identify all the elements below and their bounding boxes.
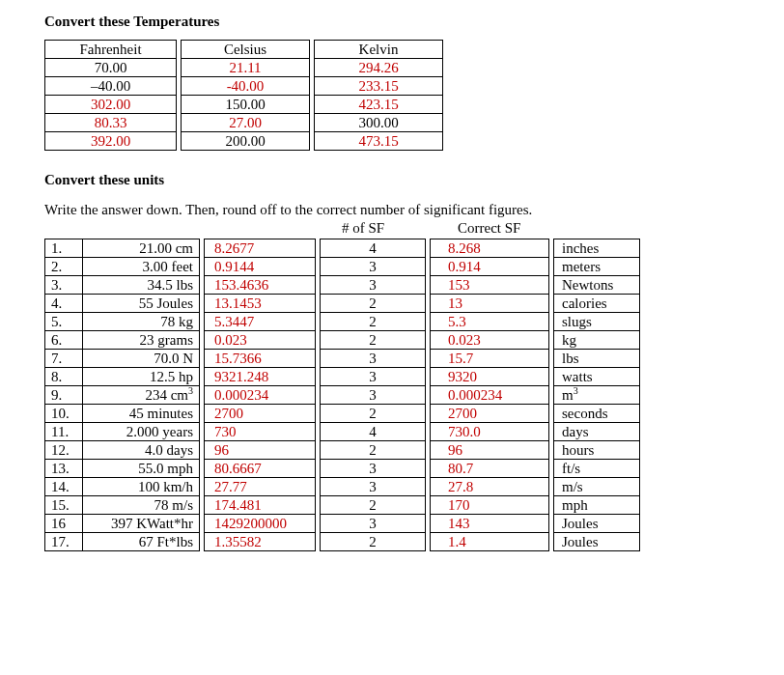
correct-sf-value: 0.000234 (431, 386, 549, 405)
sig-fig-count: 4 (321, 423, 426, 441)
raw-conversion: 15.7366 (205, 350, 316, 368)
target-unit: m/s (554, 478, 640, 496)
given-value: 21.00 cm (83, 239, 200, 258)
temp-celsius: -40.00 (182, 77, 310, 96)
raw-conversion: 8.2677 (205, 239, 316, 258)
given-value: 234 cm3 (83, 386, 200, 405)
row-number: 10. (45, 405, 83, 423)
given-value: 4.0 days (83, 441, 200, 460)
correct-sf-value: 27.8 (431, 478, 549, 496)
row-number: 12. (45, 441, 83, 460)
target-unit: seconds (554, 405, 640, 423)
temp-fahrenheit: 302.00 (45, 96, 177, 114)
table-row: 10.45 minutes270022700seconds (45, 405, 640, 423)
temp-header-fahrenheit: Fahrenheit (45, 41, 177, 59)
target-unit: meters (554, 258, 640, 276)
given-value: 55 Joules (83, 295, 200, 313)
table-row: 1.21.00 cm8.267748.268inches (45, 239, 640, 258)
sig-fig-count: 3 (321, 386, 426, 405)
temp-celsius: 27.00 (182, 114, 310, 132)
target-unit: days (554, 423, 640, 441)
target-unit: Newtons (554, 276, 640, 295)
target-unit: ft/s (554, 460, 640, 478)
correct-sf-value: 15.7 (431, 350, 549, 368)
sig-fig-count: 2 (321, 313, 426, 331)
sig-fig-count: 3 (321, 276, 426, 295)
correct-sf-value: 153 (431, 276, 549, 295)
target-unit: calories (554, 295, 640, 313)
table-row: 16397 KWatt*hr14292000003143Joules (45, 515, 640, 533)
given-value: 100 km/h (83, 478, 200, 496)
target-unit: lbs (554, 350, 640, 368)
correct-sf-value: 9320 (431, 368, 549, 386)
temp-celsius: 21.11 (182, 59, 310, 77)
given-value: 2.000 years (83, 423, 200, 441)
given-value: 78 kg (83, 313, 200, 331)
given-value: 70.0 N (83, 350, 200, 368)
table-row: 5.78 kg5.344725.3slugs (45, 313, 640, 331)
row-number: 16 (45, 515, 83, 533)
sig-fig-count: 2 (321, 331, 426, 350)
table-row: 6.23 grams0.02320.023kg (45, 331, 640, 350)
raw-conversion: 0.9144 (205, 258, 316, 276)
raw-conversion: 96 (205, 441, 316, 460)
heading-convert-temperatures: Convert these Temperatures (44, 14, 784, 30)
units-conversion-table: 1.21.00 cm8.267748.268inches2.3.00 feet0… (44, 239, 640, 551)
raw-conversion: 5.3447 (205, 313, 316, 331)
raw-conversion: 730 (205, 423, 316, 441)
temp-fahrenheit: 80.33 (45, 114, 177, 132)
target-unit: Joules (554, 515, 640, 533)
table-row: 17.67 Ft*lbs1.3558221.4Joules (45, 533, 640, 551)
target-unit: watts (554, 368, 640, 386)
sig-fig-count: 4 (321, 239, 426, 258)
temperature-table: FahrenheitCelsiusKelvin70.0021.11294.26–… (44, 40, 443, 151)
temp-kelvin: 300.00 (315, 114, 443, 132)
raw-conversion: 1.35582 (205, 533, 316, 551)
given-value: 3.00 feet (83, 258, 200, 276)
row-number: 9. (45, 386, 83, 405)
raw-conversion: 27.77 (205, 478, 316, 496)
raw-conversion: 153.4636 (205, 276, 316, 295)
temp-kelvin: 294.26 (315, 59, 443, 77)
table-row: 13.55.0 mph80.6667380.7ft/s (45, 460, 640, 478)
sig-fig-count: 3 (321, 515, 426, 533)
row-number: 7. (45, 350, 83, 368)
correct-sf-value: 170 (431, 496, 549, 515)
temp-kelvin: 473.15 (315, 132, 443, 151)
row-number: 11. (45, 423, 83, 441)
temp-header-kelvin: Kelvin (315, 41, 443, 59)
row-number: 3. (45, 276, 83, 295)
table-row: 15.78 m/s174.4812170mph (45, 496, 640, 515)
correct-sf-value: 80.7 (431, 460, 549, 478)
sig-fig-count: 3 (321, 258, 426, 276)
given-value: 23 grams (83, 331, 200, 350)
raw-conversion: 13.1453 (205, 295, 316, 313)
temp-header-celsius: Celsius (182, 41, 310, 59)
temp-celsius: 200.00 (182, 132, 310, 151)
given-value: 34.5 lbs (83, 276, 200, 295)
correct-sf-value: 1.4 (431, 533, 549, 551)
table-row: 3.34.5 lbs153.46363153Newtons (45, 276, 640, 295)
sig-fig-count: 2 (321, 441, 426, 460)
sig-fig-count: 2 (321, 405, 426, 423)
table-row: 4.55 Joules13.1453213calories (45, 295, 640, 313)
temp-fahrenheit: 70.00 (45, 59, 177, 77)
correct-sf-value: 730.0 (431, 423, 549, 441)
target-unit: kg (554, 331, 640, 350)
target-unit: hours (554, 441, 640, 460)
raw-conversion: 80.6667 (205, 460, 316, 478)
target-unit: mph (554, 496, 640, 515)
table-row: 2.3.00 feet0.914430.914meters (45, 258, 640, 276)
given-value: 78 m/s (83, 496, 200, 515)
sig-fig-count: 3 (321, 368, 426, 386)
row-number: 5. (45, 313, 83, 331)
given-value: 45 minutes (83, 405, 200, 423)
table-row: 12.4.0 days96296hours (45, 441, 640, 460)
given-value: 55.0 mph (83, 460, 200, 478)
raw-conversion: 174.481 (205, 496, 316, 515)
temp-fahrenheit: 392.00 (45, 132, 177, 151)
sig-fig-count: 2 (321, 533, 426, 551)
temp-kelvin: 423.15 (315, 96, 443, 114)
given-value: 397 KWatt*hr (83, 515, 200, 533)
header-correct-sf: Correct SF (458, 220, 520, 237)
